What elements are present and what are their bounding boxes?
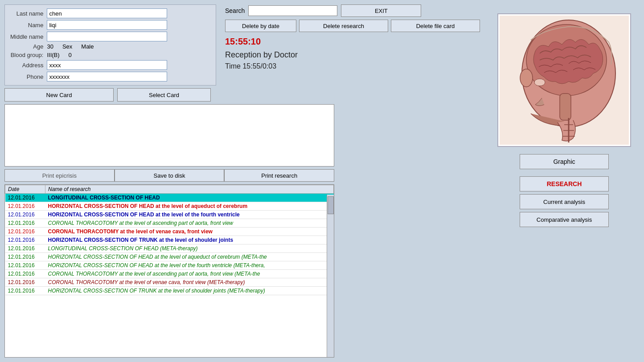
table-row[interactable]: 12.01.2016LONGITUDINAL CROSS-SECTION OF … <box>5 194 334 202</box>
address-label: Address <box>10 62 43 69</box>
table-row[interactable]: 12.01.2016HORIZONTAL CROSS-SECTION OF HE… <box>5 253 334 261</box>
current-analysis-button[interactable]: Current analysis <box>520 194 609 209</box>
last-name-input[interactable] <box>47 8 167 18</box>
top-controls: Search EXIT Delete by date Delete resear… <box>225 4 480 70</box>
blood-group-row: III(B) 0 <box>47 52 210 58</box>
save-to-disk-button[interactable]: Save to disk <box>115 169 225 182</box>
svg-point-8 <box>520 69 533 87</box>
table-cell-date: 12.01.2016 <box>5 211 45 219</box>
table-cell-date: 12.01.2016 <box>5 287 45 295</box>
table-row[interactable]: 12.01.2016HORIZONTAL CROSS-SECTION OF HE… <box>5 211 334 219</box>
table-cell-name: HORIZONTAL CROSS-SECTION OF TRUNK at the… <box>45 236 334 244</box>
col-date-header: Date <box>5 185 45 194</box>
rh-value: 0 <box>69 52 72 58</box>
table-cell-date: 12.01.2016 <box>5 244 45 253</box>
table-cell-name: CORONAL THORACOTOMY at the level of vena… <box>45 228 334 236</box>
table-row[interactable]: 12.01.2016HORIZONTAL CROSS-SECTION OF TR… <box>5 287 334 295</box>
name-input[interactable] <box>47 20 167 30</box>
reception-text: Reception by Doctor <box>225 50 480 60</box>
table-cell-name: HORIZONTAL CROSS-SECTION OF HEAD at the … <box>45 211 334 219</box>
table-cell-date: 12.01.2016 <box>5 202 45 211</box>
table-row[interactable]: 12.01.2016HORIZONTAL CROSS-SECTION OF HE… <box>5 261 334 270</box>
delete-research-button[interactable]: Delete research <box>299 20 388 32</box>
search-label: Search <box>225 7 245 14</box>
phone-input[interactable] <box>47 72 167 81</box>
table-cell-date: 12.01.2016 <box>5 253 45 261</box>
delete-buttons-row: Delete by date Delete research Delete fi… <box>225 20 480 32</box>
table-cell-date: 12.01.2016 <box>5 228 45 236</box>
table-cell-name: HORIZONTAL CROSS-SECTION OF HEAD at the … <box>45 202 334 211</box>
blood-group-label: Blood group: <box>10 52 43 58</box>
research-section: RESEARCH Current analysis Comparative an… <box>520 176 609 227</box>
table-cell-date: 12.01.2016 <box>5 236 45 244</box>
middle-name-label: Middle name <box>10 33 43 40</box>
svg-point-4 <box>534 79 545 86</box>
table-cell-name: CORONAL THORACOTOMY at the level of asce… <box>45 219 334 228</box>
vertical-scrollbar[interactable] <box>327 195 334 357</box>
new-card-button[interactable]: New Card <box>4 88 114 102</box>
search-row: Search EXIT <box>225 4 480 17</box>
graphic-button[interactable]: Graphic <box>520 154 609 169</box>
table-cell-name: HORIZONTAL CROSS-SECTION OF TRUNK at the… <box>45 287 334 295</box>
table-cell-name: HORIZONTAL CROSS-SECTION OF HEAD at the … <box>45 261 334 270</box>
last-name-label: Last name <box>10 10 43 17</box>
table-row[interactable]: 12.01.2016LONGITUDINAL CROSS-SECTION OF … <box>5 244 334 253</box>
right-content: Graphic RESEARCH Current analysis Compar… <box>489 4 640 227</box>
age-value: 30 <box>47 43 53 50</box>
exit-button[interactable]: EXIT <box>341 4 421 17</box>
research-table: Date Name of research 12.01.2016LONGITUD… <box>5 185 334 295</box>
card-buttons: New Card Select Card <box>4 88 480 102</box>
table-cell-date: 12.01.2016 <box>5 261 45 270</box>
table-row[interactable]: 12.01.2016CORONAL THORACOTOMY at the lev… <box>5 278 334 287</box>
address-input[interactable] <box>47 60 167 70</box>
notes-textarea[interactable] <box>4 104 334 167</box>
search-input[interactable] <box>248 5 337 16</box>
name-label: Name <box>10 22 43 28</box>
brain-image-box <box>497 13 631 147</box>
table-cell-name: LONGITUDINAL CROSS-SECTION OF HEAD (META… <box>45 244 334 253</box>
sex-value: Male <box>81 43 94 50</box>
table-cell-name: LONGITUDINAL CROSS-SECTION OF HEAD <box>45 194 334 202</box>
comparative-analysis-button[interactable]: Comparative analysis <box>520 212 609 227</box>
col-name-header: Name of research <box>45 185 334 194</box>
research-table-container: Date Name of research 12.01.2016LONGITUD… <box>4 184 334 358</box>
age-sex-row: 30 Sex Male <box>47 43 210 50</box>
table-cell-name: CORONAL THORACOTOMY at the level of vena… <box>45 278 334 287</box>
delete-file-card-button[interactable]: Delete file card <box>391 20 480 32</box>
svg-rect-3 <box>560 94 571 120</box>
patient-info-box: Last name Name Middle name Age 30 Sex Ma… <box>4 4 216 85</box>
select-card-button[interactable]: Select Card <box>117 88 211 102</box>
action-buttons: Print epicrisis Save to disk Print resea… <box>4 169 334 182</box>
table-row[interactable]: 12.01.2016HORIZONTAL CROSS-SECTION OF TR… <box>5 236 334 244</box>
blood-group-value: III(B) <box>47 52 59 58</box>
print-research-button[interactable]: Print research <box>224 169 334 182</box>
table-cell-date: 12.01.2016 <box>5 194 45 202</box>
table-cell-name: CORONAL THORACOTOMY at the level of asce… <box>45 270 334 278</box>
table-cell-date: 12.01.2016 <box>5 219 45 228</box>
time-sub: Time 15:55/0:03 <box>225 62 480 70</box>
table-row[interactable]: 12.01.2016CORONAL THORACOTOMY at the lev… <box>5 219 334 228</box>
phone-label: Phone <box>10 73 43 80</box>
table-cell-date: 12.01.2016 <box>5 270 45 278</box>
table-row[interactable]: 12.01.2016CORONAL THORACOTOMY at the lev… <box>5 270 334 278</box>
table-row[interactable]: 12.01.2016HORIZONTAL CROSS-SECTION OF HE… <box>5 202 334 211</box>
brain-image <box>500 16 629 145</box>
delete-by-date-button[interactable]: Delete by date <box>225 20 296 32</box>
sex-label: Sex <box>62 43 72 50</box>
research-button[interactable]: RESEARCH <box>520 176 609 191</box>
time-display: 15:55:10 <box>225 37 480 47</box>
middle-name-input[interactable] <box>47 32 167 41</box>
table-cell-name: HORIZONTAL CROSS-SECTION OF HEAD at the … <box>45 253 334 261</box>
scrollbar-thumb[interactable] <box>328 196 334 214</box>
table-row[interactable]: 12.01.2016CORONAL THORACOTOMY at the lev… <box>5 228 334 236</box>
age-label: Age <box>10 43 43 50</box>
table-cell-date: 12.01.2016 <box>5 278 45 287</box>
print-epicrisis-button[interactable]: Print epicrisis <box>4 169 115 182</box>
